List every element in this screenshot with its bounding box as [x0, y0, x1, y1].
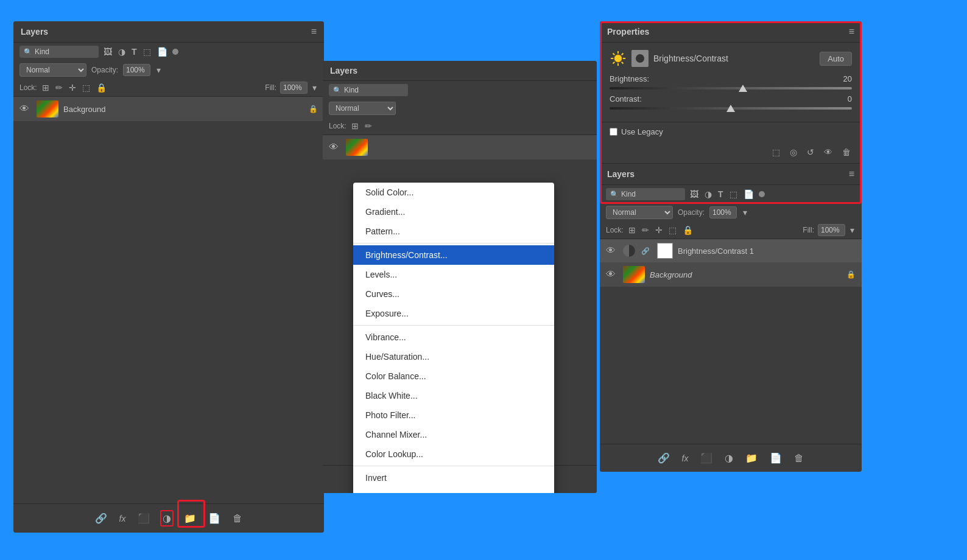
menu-item-pattern[interactable]: Pattern... [353, 222, 554, 241]
props-trash-icon[interactable]: 🗑 [841, 146, 852, 158]
right-lock-grid[interactable]: ⊞ [627, 224, 637, 236]
right-lock-move[interactable]: ✛ [654, 224, 664, 236]
menu-item-photo-filter[interactable]: Photo Filter... [353, 405, 554, 425]
left-search-input[interactable] [35, 47, 77, 56]
right-square-icon[interactable]: ⬛ [698, 450, 714, 466]
right-doc-filter[interactable]: 📄 [742, 188, 755, 200]
menu-item-levels[interactable]: Levels... [353, 265, 554, 284]
auto-button[interactable]: Auto [820, 52, 852, 66]
left-opacity-arrow[interactable]: ▾ [155, 64, 162, 76]
menu-item-vibrance[interactable]: Vibrance... [353, 327, 554, 347]
properties-content: Brightness/Contrast Auto Brightness: 20 … [600, 43, 862, 122]
right-blend-select[interactable]: Normal [606, 206, 673, 219]
menu-item-black-white[interactable]: Black White... [353, 386, 554, 405]
right-layer-eye-1[interactable]: 👁 [606, 245, 616, 256]
right-folder-icon[interactable]: 📁 [744, 450, 759, 466]
right-lock-crop[interactable]: ⬚ [667, 224, 678, 236]
right-new-icon[interactable]: 📄 [768, 450, 784, 466]
use-legacy-checkbox[interactable] [610, 128, 617, 136]
right-search-input[interactable] [621, 190, 658, 198]
right-text-filter[interactable]: T [717, 188, 725, 200]
left-layer-background[interactable]: 👁 Background 🔒 [13, 97, 324, 121]
left-fill-arrow[interactable]: ▾ [311, 82, 318, 94]
left-fx-icon[interactable]: fx [118, 512, 128, 525]
right-opacity-input[interactable] [709, 206, 737, 219]
menu-item-hue-saturation[interactable]: Hue/Saturation... [353, 347, 554, 366]
lock-padlock-icon[interactable]: 🔒 [95, 82, 108, 94]
brightness-value: 20 [843, 74, 852, 83]
brightness-track[interactable] [610, 87, 852, 89]
right-opacity-arrow[interactable]: ▾ [742, 206, 748, 219]
text-filter-icon[interactable]: T [130, 46, 138, 58]
brightness-thumb[interactable] [739, 85, 747, 92]
image-filter-icon[interactable]: 🖼 [102, 46, 113, 58]
use-legacy-label[interactable]: Use Legacy [621, 127, 663, 136]
brightness-label-row: Brightness: 20 [610, 74, 852, 83]
right-fill-arrow[interactable]: ▾ [849, 224, 856, 236]
circle-half-icon[interactable]: ◑ [117, 46, 127, 58]
right-layers-title: Layers [607, 169, 635, 179]
right-shape-filter[interactable]: ⬚ [728, 188, 739, 200]
left-blend-select[interactable]: Normal Multiply Screen [19, 63, 86, 77]
left-blend-row: Normal Multiply Screen Opacity: ▾ [13, 61, 324, 79]
left-square-icon[interactable]: ⬛ [136, 511, 152, 526]
left-search-box[interactable]: 🔍 [19, 46, 99, 58]
right-layer-eye-2[interactable]: 👁 [606, 269, 616, 280]
middle-lock-grid-icon[interactable]: ⊞ [350, 120, 360, 132]
props-eye-icon[interactable]: ◎ [789, 146, 798, 158]
right-layer-lock: 🔒 [846, 270, 856, 279]
contrast-track[interactable] [610, 107, 852, 110]
shape-filter-icon[interactable]: ⬚ [142, 46, 152, 58]
middle-lock-label: Lock: [329, 122, 346, 130]
left-trash-icon[interactable]: 🗑 [231, 511, 244, 526]
left-fill-input[interactable] [280, 82, 308, 94]
right-search-box[interactable]: 🔍 [606, 188, 685, 200]
document-filter-icon[interactable]: 📄 [156, 46, 169, 58]
right-fill-input[interactable] [818, 224, 845, 236]
middle-layer-background[interactable]: 👁 [323, 135, 597, 159]
lock-brush-icon[interactable]: ✏ [54, 82, 64, 94]
left-adjust-icon[interactable]: ◑ [160, 510, 174, 527]
menu-item-color-lookup[interactable]: Color Lookup... [353, 444, 554, 464]
middle-search-input[interactable] [344, 86, 387, 94]
right-image-filter[interactable]: 🖼 [689, 188, 700, 200]
menu-item-color-balance[interactable]: Color Balance... [353, 366, 554, 386]
middle-search-box[interactable]: 🔍 [329, 84, 408, 96]
left-lock-label: Lock: [19, 83, 37, 92]
menu-item-posterize[interactable]: Posterize... [353, 488, 554, 493]
menu-item-brightness-contrast[interactable]: Brightness/Contrast... [353, 245, 554, 265]
right-fx-icon[interactable]: fx [680, 452, 691, 465]
props-reset-icon[interactable]: ↺ [806, 146, 815, 158]
right-layers-menu-icon[interactable]: ≡ [849, 169, 854, 180]
menu-item-gradient[interactable]: Gradient... [353, 202, 554, 222]
middle-blend-select[interactable]: Normal [329, 102, 396, 115]
props-visible-icon[interactable]: 👁 [823, 146, 834, 158]
right-layer-background[interactable]: 👁 Background 🔒 [600, 262, 862, 287]
right-lock-padlock[interactable]: 🔒 [681, 224, 694, 236]
menu-item-channel-mixer[interactable]: Channel Mixer... [353, 425, 554, 444]
left-panel-menu-icon[interactable]: ≡ [311, 26, 317, 37]
left-layer-eye[interactable]: 👁 [19, 103, 29, 114]
left-link-icon[interactable]: 🔗 [93, 511, 109, 526]
lock-move-icon[interactable]: ✛ [68, 82, 77, 94]
left-new-icon[interactable]: 📄 [206, 511, 222, 526]
contrast-thumb[interactable] [726, 105, 735, 112]
lock-crop-icon[interactable]: ⬚ [81, 82, 91, 94]
left-folder-icon[interactable]: 📁 [182, 511, 198, 526]
props-clip-icon[interactable]: ⬚ [771, 146, 781, 158]
right-adjust-icon[interactable]: ◑ [723, 450, 735, 466]
menu-item-invert[interactable]: Invert [353, 468, 554, 488]
left-opacity-input[interactable] [123, 64, 150, 76]
lock-grid-icon[interactable]: ⊞ [41, 82, 51, 94]
middle-layer-eye[interactable]: 👁 [329, 142, 339, 153]
right-link-icon[interactable]: 🔗 [656, 450, 672, 466]
menu-item-curves[interactable]: Curves... [353, 284, 554, 304]
middle-lock-brush-icon[interactable]: ✏ [364, 120, 373, 132]
menu-item-exposure[interactable]: Exposure... [353, 304, 554, 323]
right-layer-brightness[interactable]: 👁 🔗 Brightness/Contrast 1 [600, 239, 862, 262]
right-trash-icon[interactable]: 🗑 [792, 451, 806, 466]
menu-item-solid-color[interactable]: Solid Color... [353, 183, 554, 202]
right-lock-brush[interactable]: ✏ [641, 224, 650, 236]
right-circle-filter[interactable]: ◑ [703, 188, 713, 200]
properties-menu-icon[interactable]: ≡ [849, 26, 854, 37]
